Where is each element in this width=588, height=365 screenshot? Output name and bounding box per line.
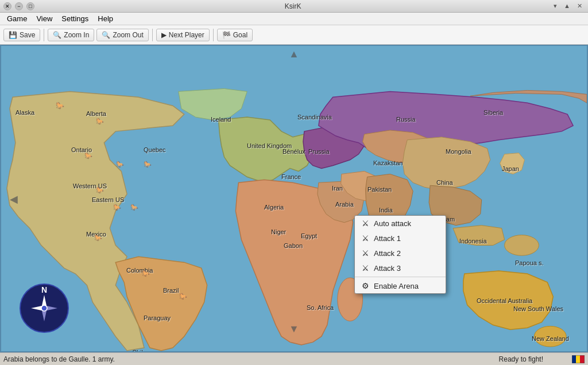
context-attack-3[interactable]: ⚔ Attack 3 [355,261,446,275]
svg-rect-22 [572,355,576,363]
scroll-down-arrow[interactable]: ▼ [283,322,305,336]
context-menu[interactable]: ⚔ Auto attack ⚔ Attack 1 ⚔ Attack 2 ⚔ At… [354,215,446,294]
toolbar-sep-2 [152,29,153,41]
game-area[interactable]: Alaska Alberta Ontario Quebec Western US… [0,45,588,352]
svg-rect-23 [576,355,580,363]
svg-rect-24 [580,355,585,363]
maximize-btn[interactable]: □ [26,2,34,10]
status-right: Ready to fight! [499,355,543,363]
svg-point-1 [505,235,539,256]
next-player-button[interactable]: ▶ Next Player [156,29,210,41]
toolbar-sep-3 [213,29,214,41]
scroll-left-arrow[interactable]: ◀ [2,192,25,206]
context-auto-attack[interactable]: ⚔ Auto attack [355,216,446,231]
title-close[interactable]: ✕ [575,2,585,10]
status-left: Arabia belongs to de Gaulle. 1 army. [3,355,115,363]
attack-2-icon: ⚔ [362,248,369,258]
attack-1-icon: ⚔ [362,234,369,243]
menu-game[interactable]: Game [2,13,32,24]
context-attack-2[interactable]: ⚔ Attack 2 [355,246,446,261]
zoom-out-icon: 🔍 [102,31,110,39]
title-up[interactable]: ▲ [562,2,572,10]
window-title: KsirK [285,2,301,10]
menu-bar: Game View Settings Help [0,13,588,25]
arena-icon: ⚙ [362,281,369,290]
title-chevron-down[interactable]: ▾ [551,2,559,10]
zoom-in-icon: 🔍 [53,31,61,39]
svg-point-10 [41,305,47,311]
status-bar: Arabia belongs to de Gaulle. 1 army. Rea… [0,352,588,365]
goal-button[interactable]: 🏁 Goal [217,29,253,41]
auto-attack-icon: ⚔ [362,219,369,228]
context-menu-separator [355,277,446,277]
toolbar: 💾 Save 🔍 Zoom In 🔍 Zoom Out ▶ Next Playe… [0,25,588,45]
title-bar: ✕ − □ KsirK ▾ ▲ ✕ [0,0,588,13]
scroll-up-arrow[interactable]: ▲ [283,47,305,61]
player-flag [572,355,585,363]
close-btn[interactable]: ✕ [3,2,11,10]
zoom-out-button[interactable]: 🔍 Zoom Out [96,29,148,41]
compass: N [18,282,70,334]
menu-settings[interactable]: Settings [57,13,93,24]
attack-3-icon: ⚔ [362,263,369,273]
minimize-btn[interactable]: − [15,2,23,10]
map-svg [1,46,587,351]
save-icon: 💾 [9,31,17,39]
context-attack-1[interactable]: ⚔ Attack 1 [355,231,446,246]
svg-point-2 [534,326,566,347]
save-button[interactable]: 💾 Save [3,29,40,41]
menu-view[interactable]: View [32,13,57,24]
context-enable-arena[interactable]: ⚙ Enable Arena [355,278,446,293]
next-player-icon: ▶ [161,31,167,39]
goal-flag-icon: 🏁 [222,31,231,39]
zoom-in-button[interactable]: 🔍 Zoom In [48,29,94,41]
menu-help[interactable]: Help [93,13,118,24]
svg-text:N: N [41,285,47,294]
toolbar-sep-1 [44,29,44,41]
